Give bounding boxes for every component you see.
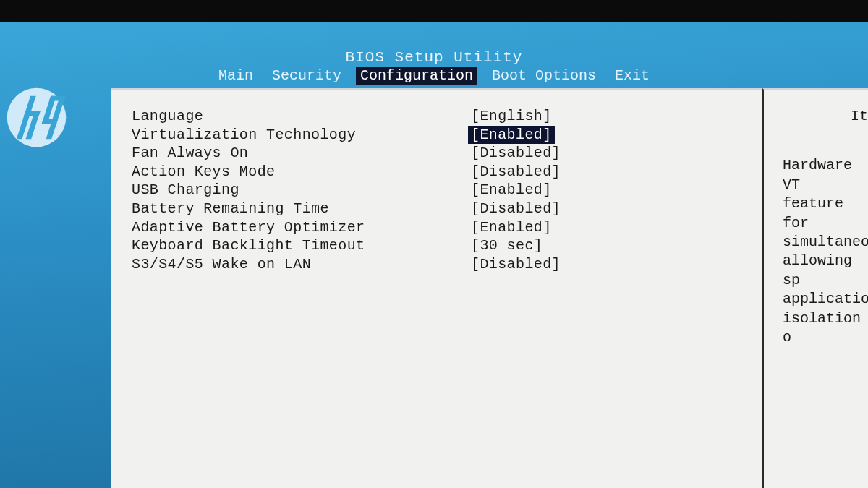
setting-action-keys-mode[interactable]: Action Keys Mode [Disabled]	[132, 163, 742, 181]
setting-label: Language	[132, 107, 468, 126]
bios-tabs: Main Security Configuration Boot Options…	[0, 67, 868, 85]
help-text: simultaneou	[783, 233, 868, 252]
help-text: Hardware VT	[783, 156, 868, 194]
bios-screen: BIOS Setup Utility Main Security Configu…	[0, 22, 868, 488]
svg-rect-3	[24, 111, 41, 116]
setting-value[interactable]: [Disabled]	[468, 255, 563, 274]
setting-value[interactable]: [30 sec]	[468, 236, 545, 255]
setting-value[interactable]: [Enabled]	[468, 218, 555, 237]
setting-label: Fan Always On	[132, 144, 468, 163]
svg-rect-6	[49, 96, 66, 101]
settings-panel: Language [English] Virtualization Techno…	[111, 88, 762, 488]
setting-value[interactable]: [Disabled]	[468, 163, 563, 181]
setting-keyboard-backlight-timeout[interactable]: Keyboard Backlight Timeout [30 sec]	[132, 236, 742, 255]
hp-logo	[6, 87, 67, 148]
setting-label: Adaptive Battery Optimizer	[132, 218, 468, 237]
help-text: application	[783, 290, 868, 309]
setting-fan-always-on[interactable]: Fan Always On [Disabled]	[132, 144, 742, 163]
tab-main[interactable]: Main	[214, 67, 258, 85]
setting-value[interactable]: [Disabled]	[468, 200, 563, 218]
setting-label: S3/S4/S5 Wake on LAN	[132, 255, 468, 274]
setting-label: Virtualization Technology	[132, 126, 468, 145]
bios-title: BIOS Setup Utility	[0, 49, 868, 66]
setting-virtualization-technology[interactable]: Virtualization Technology [Enabled]	[132, 126, 742, 145]
setting-label: Action Keys Mode	[132, 163, 468, 181]
help-title: It	[783, 107, 868, 126]
setting-label: USB Charging	[132, 181, 468, 200]
help-text: feature for	[783, 194, 868, 233]
setting-value[interactable]: [English]	[468, 107, 555, 126]
help-text: isolation o	[783, 309, 868, 348]
setting-label: Keyboard Backlight Timeout	[132, 236, 468, 255]
setting-language[interactable]: Language [English]	[132, 107, 742, 126]
setting-wake-on-lan[interactable]: S3/S4/S5 Wake on LAN [Disabled]	[132, 255, 742, 274]
help-text: allowing sp	[783, 252, 868, 290]
help-panel: It Hardware VT feature for simultaneou a…	[771, 88, 868, 488]
setting-battery-remaining-time[interactable]: Battery Remaining Time [Disabled]	[132, 200, 742, 218]
setting-value[interactable]: [Disabled]	[468, 144, 563, 163]
setting-value[interactable]: [Enabled]	[468, 126, 555, 145]
setting-adaptive-battery-optimizer[interactable]: Adaptive Battery Optimizer [Enabled]	[132, 218, 742, 237]
tab-configuration[interactable]: Configuration	[356, 67, 477, 85]
panel-divider	[762, 88, 771, 488]
setting-usb-charging[interactable]: USB Charging [Enabled]	[132, 181, 742, 200]
tab-security[interactable]: Security	[268, 67, 346, 85]
tab-boot-options[interactable]: Boot Options	[488, 67, 600, 85]
setting-label: Battery Remaining Time	[132, 200, 468, 218]
svg-rect-7	[42, 119, 59, 124]
tab-exit[interactable]: Exit	[610, 67, 654, 85]
setting-value[interactable]: [Enabled]	[468, 181, 555, 200]
